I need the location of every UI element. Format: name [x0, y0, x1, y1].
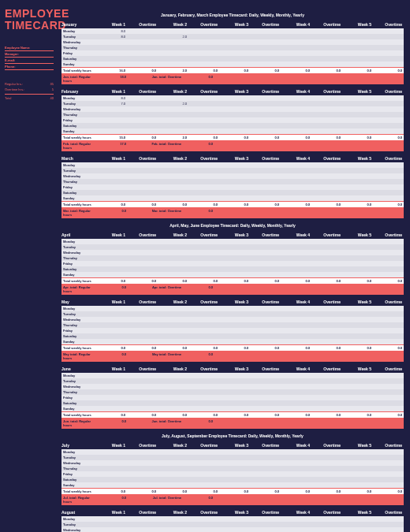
hours-cell[interactable]	[158, 339, 188, 344]
hours-cell[interactable]	[250, 117, 281, 123]
hours-cell[interactable]	[250, 95, 281, 101]
hours-cell[interactable]	[281, 112, 311, 117]
hours-cell[interactable]	[219, 460, 250, 466]
hours-cell[interactable]	[281, 373, 311, 378]
hours-cell[interactable]	[281, 39, 311, 45]
hours-cell[interactable]	[96, 482, 127, 488]
hours-cell[interactable]: 8.0	[96, 95, 127, 101]
hours-cell[interactable]	[311, 466, 342, 471]
hours-cell[interactable]	[311, 168, 342, 173]
hours-cell[interactable]	[158, 516, 188, 522]
hours-cell[interactable]	[281, 466, 311, 471]
hours-cell[interactable]	[342, 306, 373, 311]
hours-cell[interactable]	[219, 378, 250, 384]
hours-cell[interactable]	[219, 527, 250, 532]
hours-cell[interactable]	[373, 28, 404, 34]
hours-cell[interactable]	[158, 455, 188, 460]
hours-cell[interactable]	[281, 28, 311, 34]
hours-cell[interactable]	[281, 406, 311, 411]
hours-cell[interactable]	[373, 522, 404, 527]
hours-cell[interactable]	[342, 112, 373, 117]
hours-cell[interactable]	[188, 255, 219, 261]
hours-cell[interactable]	[311, 162, 342, 168]
hours-cell[interactable]	[127, 28, 158, 34]
hours-cell[interactable]	[188, 56, 219, 61]
hours-cell[interactable]	[311, 272, 342, 277]
hours-cell[interactable]	[158, 255, 188, 261]
hours-cell[interactable]	[373, 471, 404, 477]
hours-cell[interactable]	[281, 522, 311, 527]
hours-cell[interactable]	[219, 522, 250, 527]
hours-cell[interactable]	[188, 466, 219, 471]
hours-cell[interactable]	[96, 61, 127, 67]
hours-cell[interactable]	[281, 482, 311, 488]
hours-cell[interactable]	[311, 482, 342, 488]
hours-cell[interactable]	[158, 527, 188, 532]
hours-cell[interactable]	[342, 400, 373, 406]
hours-cell[interactable]	[311, 322, 342, 328]
hours-cell[interactable]	[311, 522, 342, 527]
hours-cell[interactable]	[219, 34, 250, 39]
hours-cell[interactable]	[311, 261, 342, 266]
hours-cell[interactable]	[311, 123, 342, 128]
hours-cell[interactable]	[188, 28, 219, 34]
hours-cell[interactable]	[219, 322, 250, 328]
hours-cell[interactable]	[127, 466, 158, 471]
hours-cell[interactable]	[250, 317, 281, 322]
hours-cell[interactable]	[158, 322, 188, 328]
hours-cell[interactable]	[96, 50, 127, 56]
hours-cell[interactable]	[342, 128, 373, 134]
hours-cell[interactable]	[127, 311, 158, 317]
hours-cell[interactable]	[188, 195, 219, 201]
hours-cell[interactable]	[373, 128, 404, 134]
hours-cell[interactable]	[219, 311, 250, 317]
hours-cell[interactable]	[373, 39, 404, 45]
hours-cell[interactable]	[127, 101, 158, 106]
hours-cell[interactable]	[158, 333, 188, 339]
hours-cell[interactable]	[342, 527, 373, 532]
hours-cell[interactable]	[281, 389, 311, 395]
hours-cell[interactable]	[127, 306, 158, 311]
hours-cell[interactable]	[373, 56, 404, 61]
hours-cell[interactable]	[311, 460, 342, 466]
hours-cell[interactable]	[250, 162, 281, 168]
hours-cell[interactable]	[250, 50, 281, 56]
hours-cell[interactable]	[281, 50, 311, 56]
hours-cell[interactable]	[342, 50, 373, 56]
hours-cell[interactable]	[158, 179, 188, 184]
hours-cell[interactable]	[219, 471, 250, 477]
hours-cell[interactable]	[219, 173, 250, 179]
hours-cell[interactable]	[158, 61, 188, 67]
hours-cell[interactable]	[250, 389, 281, 395]
hours-cell[interactable]	[281, 322, 311, 328]
hours-cell[interactable]	[250, 373, 281, 378]
hours-cell[interactable]	[281, 395, 311, 400]
hours-cell[interactable]	[219, 184, 250, 190]
hours-cell[interactable]	[373, 455, 404, 460]
hours-cell[interactable]	[311, 106, 342, 112]
hours-cell[interactable]: 2.0	[158, 101, 188, 106]
hours-cell[interactable]	[342, 339, 373, 344]
hours-cell[interactable]	[311, 112, 342, 117]
hours-cell[interactable]	[219, 395, 250, 400]
hours-cell[interactable]	[311, 455, 342, 460]
hours-cell[interactable]: 8.0	[96, 28, 127, 34]
hours-cell[interactable]	[188, 168, 219, 173]
hours-cell[interactable]	[188, 378, 219, 384]
hours-cell[interactable]	[250, 482, 281, 488]
hours-cell[interactable]	[250, 272, 281, 277]
hours-cell[interactable]	[158, 311, 188, 317]
hours-cell[interactable]	[373, 239, 404, 244]
hours-cell[interactable]	[219, 95, 250, 101]
hours-cell[interactable]	[342, 406, 373, 411]
hours-cell[interactable]	[127, 477, 158, 482]
hours-cell[interactable]	[188, 117, 219, 123]
hours-cell[interactable]	[281, 339, 311, 344]
hours-cell[interactable]	[127, 449, 158, 455]
hours-cell[interactable]	[127, 45, 158, 50]
hours-cell[interactable]	[342, 95, 373, 101]
hours-cell[interactable]	[373, 272, 404, 277]
hours-cell[interactable]	[281, 261, 311, 266]
hours-cell[interactable]	[373, 378, 404, 384]
hours-cell[interactable]	[188, 333, 219, 339]
